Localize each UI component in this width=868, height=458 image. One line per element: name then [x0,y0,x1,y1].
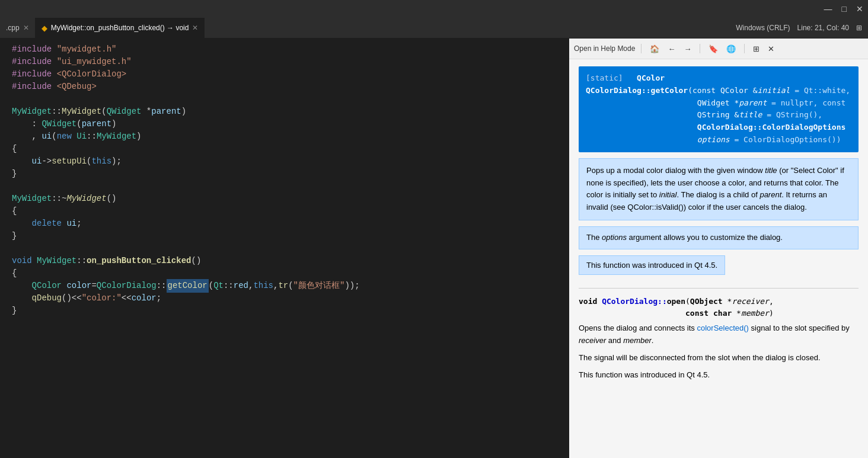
static-tag: [static] [586,73,623,82]
split-icon[interactable]: ⊞ [856,24,862,32]
split-button[interactable]: ⊞ [751,43,762,55]
tab-cpp-close[interactable]: ✕ [23,24,29,32]
desc-text-1: Pops up a modal color dialog with the gi… [586,166,844,212]
code-line-16: } [0,230,569,242]
introduced-text-1: This function was introduced in Qt 4.5. [586,261,717,270]
title-bar: — □ ✕ [0,0,868,18]
code-line-22: } [0,305,569,317]
class-method: QColorDialog::getColor [586,86,688,95]
toolbar-sep-3 [744,44,745,53]
code-line-11: } [0,168,569,180]
str-mywidget: "mywidget.h" [57,43,117,56]
code-line-10: ui->setupUi(this); [0,155,569,168]
options-text: The options argument allows you to custo… [586,233,783,242]
forward-button[interactable]: → [681,43,694,55]
introduced-box-2: This function was introduced in Qt 4.5. [579,369,859,381]
return-type: QColor [637,73,665,82]
code-line-14: { [0,205,569,217]
tab-cpp[interactable]: .cpp ✕ [0,18,36,38]
toolbar-sep-2 [700,44,700,53]
code-editor[interactable]: #include "mywidget.h" #include "ui_mywid… [0,39,569,458]
tab-mywidget-label: MyWidget::on_pushButton_clicked() → void [51,24,189,32]
bookmark-button[interactable]: 🔖 [706,43,720,55]
code-line-3: #include <QColorDialog> [0,68,569,81]
tab-mywidget[interactable]: ◆ MyWidget::on_pushButton_clicked() → vo… [36,18,205,38]
code-line-13: MyWidget::~MyWidget() [0,193,569,205]
web-button[interactable]: 🌐 [724,43,738,55]
code-line-9: { [0,143,569,155]
position-label: Line: 21, Col: 40 [797,24,849,32]
code-line-15: delete ui; [0,217,569,230]
tab-bar: .cpp ✕ ◆ MyWidget::on_pushButton_clicked… [0,18,868,39]
introduced-text-2: This function was introduced in Qt 4.5. [579,370,710,379]
tab-mywidget-close[interactable]: ✕ [192,24,198,32]
home-button[interactable]: 🏠 [647,43,662,55]
introduced-box-1: This function was introduced in Qt 4.5. [579,255,725,276]
section-separator [579,288,859,289]
open-fn-sig: void QColorDialog::open(QObject *receive… [579,296,859,319]
code-line-12 [0,180,569,193]
code-line-7: : QWidget(parent) [0,118,569,130]
code-line-2: #include "ui_mywidget.h" [0,56,569,68]
tab-cpp-label: .cpp [6,24,20,32]
encoding-label: Windows (CRLF) [736,24,790,32]
help-toolbar: Open in Help Mode 🏠 ← → 🔖 🌐 ⊞ ✕ [569,39,868,59]
toolbar-sep-1 [641,44,642,53]
kw-include-1: #include [12,43,52,56]
open-desc-1: Opens the dialog and connects its colorS… [579,322,859,347]
code-line-6: MyWidget::MyWidget(QWidget *parent) [0,105,569,118]
close-help-button[interactable]: ✕ [765,43,777,55]
code-line-8: , ui(new Ui::MyWidget) [0,130,569,143]
code-line-18: void MyWidget::on_pushButton_clicked() [0,255,569,267]
open-desc-2: The signal will be disconnected from the… [579,352,859,364]
help-mode-label: Open in Help Mode [574,44,635,53]
code-line-1: #include "mywidget.h" [0,43,569,56]
title-bar-controls: — □ ✕ [824,4,863,14]
minimize-button[interactable]: — [824,4,832,14]
description-box: Pops up a modal color dialog with the gi… [579,158,859,220]
back-button[interactable]: ← [665,43,678,55]
code-line-5 [0,93,569,105]
help-content: [static] QColor QColorDialog::getColor(c… [569,59,868,458]
tab-mywidget-icon: ◆ [42,24,47,33]
code-line-4: #include <QDebug> [0,81,569,93]
code-line-21: qDebug()<<"color:"<<color; [0,292,569,305]
code-line-20: QColor color=QColorDialog::getColor(Qt::… [0,280,569,292]
main-area: #include "mywidget.h" #include "ui_mywid… [0,39,868,458]
code-line-17 [0,242,569,255]
signature-box: [static] QColor QColorDialog::getColor(c… [579,66,859,152]
help-panel[interactable]: Open in Help Mode 🏠 ← → 🔖 🌐 ⊞ ✕ [static]… [569,39,868,458]
tab-bar-right: Windows (CRLF) Line: 21, Col: 40 ⊞ [730,18,868,38]
options-note-box: The options argument allows you to custo… [579,226,859,249]
code-line-19: { [0,267,569,280]
close-button[interactable]: ✕ [856,4,863,14]
maximize-button[interactable]: □ [842,4,847,14]
